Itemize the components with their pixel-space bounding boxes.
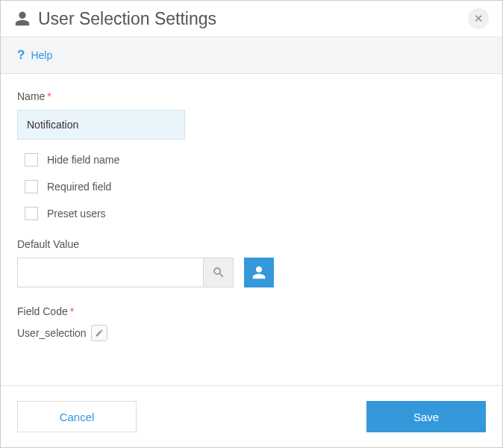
dialog-content: Name* Hide field name Required field Pre… xyxy=(1,74,502,385)
field-code-edit-button[interactable] xyxy=(91,325,107,341)
field-code-row: User_selection xyxy=(17,325,486,341)
preset-users-checkbox[interactable] xyxy=(25,207,38,220)
required-asterisk: * xyxy=(47,90,51,102)
preset-users-label: Preset users xyxy=(47,208,106,220)
search-icon xyxy=(212,266,225,279)
field-code-value: User_selection xyxy=(17,327,87,339)
default-value-search-button[interactable] xyxy=(203,258,233,287)
field-code-group: Field Code* User_selection xyxy=(17,305,486,341)
required-field-checkbox[interactable] xyxy=(25,180,38,193)
default-value-input[interactable] xyxy=(18,258,203,287)
save-button[interactable]: Save xyxy=(366,401,486,432)
default-value-row xyxy=(17,258,486,287)
help-bar: ? Help xyxy=(1,37,502,74)
field-code-label-text: Field Code xyxy=(17,305,68,317)
close-button[interactable]: ✕ xyxy=(468,8,489,29)
required-field-row: Required field xyxy=(25,180,486,193)
name-field-group: Name* xyxy=(17,90,486,140)
name-input[interactable] xyxy=(17,110,185,140)
hide-field-name-label: Hide field name xyxy=(47,154,119,166)
dialog-header: User Selection Settings ✕ xyxy=(1,1,502,37)
cancel-button[interactable]: Cancel xyxy=(17,401,137,432)
default-value-user-button[interactable] xyxy=(244,258,274,287)
dialog-title: User Selection Settings xyxy=(38,9,468,29)
name-label: Name* xyxy=(17,90,486,102)
required-asterisk: * xyxy=(70,305,74,317)
hide-field-name-checkbox[interactable] xyxy=(25,153,38,167)
user-icon xyxy=(14,10,31,27)
user-icon xyxy=(251,265,266,280)
dialog: User Selection Settings ✕ ? Help Name* H… xyxy=(0,0,503,448)
default-value-input-wrap xyxy=(17,258,234,287)
close-icon: ✕ xyxy=(474,12,484,25)
name-label-text: Name xyxy=(17,90,45,102)
preset-users-row: Preset users xyxy=(25,207,486,220)
default-value-group: Default Value xyxy=(17,238,486,287)
hide-field-name-row: Hide field name xyxy=(25,153,486,167)
pencil-icon xyxy=(95,329,104,337)
default-value-label: Default Value xyxy=(17,238,486,250)
help-link[interactable]: Help xyxy=(31,49,52,61)
help-icon: ? xyxy=(17,48,25,63)
required-field-label: Required field xyxy=(47,181,111,193)
field-code-label: Field Code* xyxy=(17,305,486,317)
dialog-footer: Cancel Save xyxy=(1,385,502,447)
